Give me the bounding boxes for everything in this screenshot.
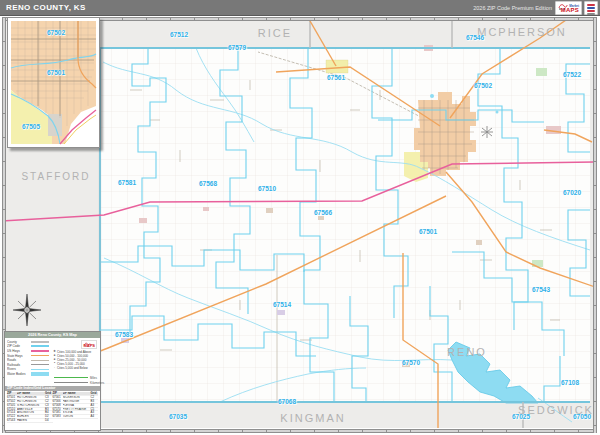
inset-zip-label: 67502 bbox=[47, 29, 65, 36]
zip-index-cell: BUHLER bbox=[17, 415, 45, 418]
legend-item-label: US Hwys bbox=[7, 349, 31, 353]
legend-item-swatch bbox=[31, 341, 49, 343]
map-title: RENO COUNTY, KS bbox=[6, 3, 86, 12]
badge-line bbox=[587, 10, 595, 12]
legend-item-label: Roads bbox=[7, 358, 31, 362]
inset-zip-label: 67505 bbox=[22, 123, 40, 130]
zip-index-left: ZIPZIP NameGrid67501HUTCHINSONC367502HUT… bbox=[7, 392, 53, 423]
legend-item-swatch bbox=[31, 372, 49, 375]
legend-item-swatch bbox=[31, 355, 49, 357]
legend-item-swatch bbox=[31, 364, 49, 365]
edition-label: 2026 ZIP Code Premium Edition bbox=[473, 5, 552, 11]
legend-item-label: State Hwys bbox=[7, 354, 31, 358]
legend-item-label: ZIP Code bbox=[7, 344, 31, 348]
badge-line bbox=[587, 4, 595, 6]
zip-index-cell: HUTCHINSON bbox=[17, 400, 45, 403]
legend-city-item: ·Cities 5,000 and Below bbox=[52, 366, 98, 370]
legend-logo-text: MAPS bbox=[83, 343, 95, 348]
zip-index-cell: ARLINGTON bbox=[17, 411, 45, 414]
zip-index-row: 67583TURONA4 bbox=[53, 415, 99, 419]
legend-city-label: Cities 5,000 and Below bbox=[57, 366, 88, 370]
zip-index-cell: PRETTY PRAIRIE bbox=[63, 408, 91, 411]
inset-map-hutchinson: 675026750167505 bbox=[7, 17, 100, 148]
legend-item-label: County bbox=[7, 340, 31, 344]
zip-index-cell: PLEVNA bbox=[63, 404, 91, 407]
grid-ruler-right bbox=[593, 17, 597, 433]
badge-line bbox=[587, 7, 595, 9]
scale-bar-label: Kilometers bbox=[90, 381, 104, 385]
zip-index-cell: NICKERSON bbox=[63, 396, 91, 399]
legend-items: CountyZIP CodeUS HwysState HwysRoadsRail… bbox=[7, 340, 52, 385]
legend-item-label: Rivers bbox=[7, 367, 31, 371]
legend-city-sizes: ★Cities 100,000 and Above●Cities 50,000 … bbox=[52, 350, 98, 371]
legend-item: Water Bodies bbox=[7, 372, 52, 377]
zip-index-row: 67543HAVEND4 bbox=[7, 419, 53, 423]
zip-index-cell: HAVEN bbox=[17, 419, 45, 422]
zip-index-cell: HUTCHINSON bbox=[17, 396, 45, 399]
zip-index-cell: SYLVIA bbox=[63, 411, 91, 414]
zip-index-header-cell: ZIP Name bbox=[17, 392, 45, 395]
legend-logo: MAPS bbox=[81, 340, 97, 349]
page: RENO COUNTY, KS 2026 ZIP Code Premium Ed… bbox=[0, 0, 600, 435]
badge-line bbox=[587, 13, 595, 15]
zip-index-cell: 67583 bbox=[53, 415, 63, 418]
title-bar: RENO COUNTY, KS 2026 ZIP Code Premium Ed… bbox=[0, 0, 600, 16]
zip-index-cell: TURON bbox=[63, 415, 91, 418]
zip-index-cell: 67543 bbox=[7, 419, 17, 422]
inset-zip-label: 67501 bbox=[47, 69, 65, 76]
publisher-badge bbox=[584, 1, 598, 15]
zip-index-cell: S HUTCHINSON bbox=[17, 404, 45, 407]
legend-item-label: Railroads bbox=[7, 363, 31, 367]
zip-index-header-cell: ZIP Name bbox=[63, 392, 91, 395]
logo-maps-text: MAPS bbox=[561, 7, 579, 13]
marketmaps-logo: Market MAPS bbox=[555, 1, 582, 15]
legend-item-swatch bbox=[31, 345, 49, 347]
legend-item-label: Water Bodies bbox=[7, 372, 31, 376]
scale-bar: Kilometers bbox=[54, 380, 98, 385]
legend-panel: 2026 Reno County, KS Map CountyZIP CodeU… bbox=[4, 331, 101, 431]
scale-bar-line bbox=[54, 377, 88, 379]
legend-item-swatch bbox=[31, 360, 49, 361]
zip-index-cell: ABBYVILLE bbox=[17, 408, 45, 411]
zip-index-cell: D4 bbox=[45, 419, 51, 422]
legend-item-swatch bbox=[31, 369, 49, 370]
scale-bar-line bbox=[54, 382, 88, 384]
zip-index-cell: PARTRIDGE bbox=[63, 400, 91, 403]
compass-rose-icon bbox=[11, 293, 43, 327]
legend-scale-bars: MilesKilometers bbox=[54, 375, 98, 385]
legend-item-swatch bbox=[31, 350, 49, 352]
zip-index-cell: A4 bbox=[91, 415, 97, 418]
zip-index-right: ZIPZIP NameGrid67561NICKERSONC267566PART… bbox=[53, 392, 99, 423]
